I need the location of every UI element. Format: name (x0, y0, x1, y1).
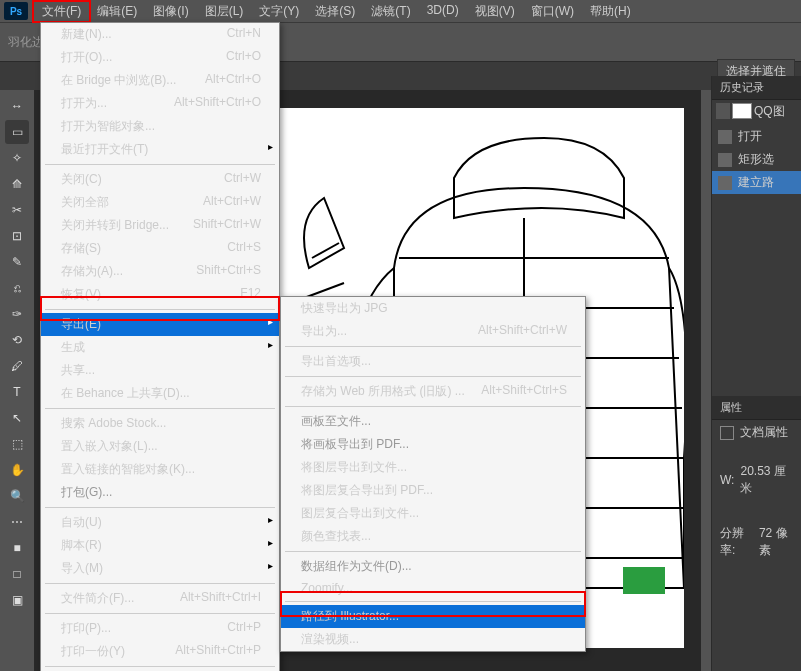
menu-item[interactable]: 颜色查找表... (281, 525, 585, 548)
menu-item[interactable]: 导出为...Alt+Shift+Ctrl+W (281, 320, 585, 343)
menu-item[interactable]: 渲染视频... (281, 628, 585, 651)
menu-item[interactable]: 存储为(A)...Shift+Ctrl+S (41, 260, 279, 283)
menu-item[interactable]: 恢复(V)F12 (41, 283, 279, 306)
tool-6[interactable]: ✎ (5, 250, 29, 274)
menu-item[interactable]: 路径到 Illustrator... (281, 605, 585, 628)
menu-item[interactable]: Zoomify... (281, 578, 585, 598)
menu-item[interactable]: 脚本(R) (41, 534, 279, 557)
menu-8[interactable]: 视图(V) (467, 1, 523, 22)
right-panels: 历史记录 QQ图 打开矩形选建立路 属性 文档属性 W: 20.53 厘米 分辨… (711, 76, 801, 671)
tool-15[interactable]: 🔍 (5, 484, 29, 508)
menu-item[interactable]: 新建(N)...Ctrl+N (41, 23, 279, 46)
tool-0[interactable]: ↔ (5, 94, 29, 118)
menu-item-shortcut: Alt+Shift+Ctrl+O (174, 95, 261, 112)
menu-3[interactable]: 图层(L) (197, 1, 252, 22)
menu-item[interactable]: 置入嵌入对象(L)... (41, 435, 279, 458)
tool-12[interactable]: ↖ (5, 406, 29, 430)
tool-1[interactable]: ▭ (5, 120, 29, 144)
tool-14[interactable]: ✋ (5, 458, 29, 482)
menu-item-label: 自动(U) (61, 514, 102, 531)
tool-13[interactable]: ⬚ (5, 432, 29, 456)
history-panel-header[interactable]: 历史记录 (712, 76, 801, 100)
menu-item[interactable]: 存储为 Web 所用格式 (旧版) ...Alt+Shift+Ctrl+S (281, 380, 585, 403)
menu-item[interactable]: 存储(S)Ctrl+S (41, 237, 279, 260)
menu-item-shortcut: Alt+Shift+Ctrl+S (481, 383, 567, 400)
menu-item[interactable]: 导出首选项... (281, 350, 585, 373)
file-menu-dropdown: 新建(N)...Ctrl+N打开(O)...Ctrl+O在 Bridge 中浏览… (40, 22, 280, 671)
menu-item[interactable]: 打印(P)...Ctrl+P (41, 617, 279, 640)
tool-4[interactable]: ✂ (5, 198, 29, 222)
properties-panel-header[interactable]: 属性 (712, 396, 801, 420)
menu-item[interactable]: 自动(U) (41, 511, 279, 534)
tool-10[interactable]: 🖊 (5, 354, 29, 378)
menu-6[interactable]: 滤镜(T) (363, 1, 418, 22)
menu-item-label: 打开为智能对象... (61, 118, 155, 135)
tool-17[interactable]: ■ (5, 536, 29, 560)
menu-item[interactable]: 打开(O)...Ctrl+O (41, 46, 279, 69)
menu-item[interactable]: 关闭全部Alt+Ctrl+W (41, 191, 279, 214)
tool-3[interactable]: ⟰ (5, 172, 29, 196)
menu-item[interactable]: 置入链接的智能对象(K)... (41, 458, 279, 481)
menu-item[interactable]: 打开为...Alt+Shift+Ctrl+O (41, 92, 279, 115)
menu-7[interactable]: 3D(D) (419, 1, 467, 22)
menu-separator (45, 613, 275, 614)
tool-7[interactable]: ⎌ (5, 276, 29, 300)
menu-item[interactable]: 快速导出为 JPG (281, 297, 585, 320)
menu-10[interactable]: 帮助(H) (582, 1, 639, 22)
menu-item[interactable]: 关闭(C)Ctrl+W (41, 168, 279, 191)
menu-item-label: 快速导出为 JPG (301, 300, 388, 317)
menu-item-label: 打包(G)... (61, 484, 112, 501)
menu-5[interactable]: 选择(S) (307, 1, 363, 22)
history-thumbnail (732, 103, 752, 119)
history-item[interactable]: 建立路 (712, 171, 801, 194)
menu-item[interactable]: 图层复合导出到文件... (281, 502, 585, 525)
w-value: 20.53 厘米 (740, 463, 793, 497)
menu-item[interactable]: 将图层导出到文件... (281, 456, 585, 479)
menu-item-shortcut: Alt+Shift+Ctrl+I (180, 590, 261, 607)
menu-item[interactable]: 最近打开文件(T) (41, 138, 279, 161)
menu-item[interactable]: 将图层复合导出到 PDF... (281, 479, 585, 502)
menu-9[interactable]: 窗口(W) (523, 1, 582, 22)
menu-1[interactable]: 编辑(E) (89, 1, 145, 22)
menu-item[interactable]: 导入(M) (41, 557, 279, 580)
history-snapshot-row[interactable]: QQ图 (712, 100, 801, 123)
tool-11[interactable]: T (5, 380, 29, 404)
menu-item[interactable]: 打开为智能对象... (41, 115, 279, 138)
ps-app-icon: Ps (4, 2, 28, 20)
tool-2[interactable]: ✧ (5, 146, 29, 170)
menu-item[interactable]: 在 Bridge 中浏览(B)...Alt+Ctrl+O (41, 69, 279, 92)
w-label: W: (720, 473, 734, 487)
history-item[interactable]: 矩形选 (712, 148, 801, 171)
tool-18[interactable]: □ (5, 562, 29, 586)
menu-item[interactable]: 搜索 Adobe Stock... (41, 412, 279, 435)
menu-item-label: 存储为 Web 所用格式 (旧版) ... (301, 383, 465, 400)
menu-item[interactable]: 关闭并转到 Bridge...Shift+Ctrl+W (41, 214, 279, 237)
history-step-label: 建立路 (738, 174, 774, 191)
menu-item-label: 图层复合导出到文件... (301, 505, 419, 522)
menu-item-label: 新建(N)... (61, 26, 112, 43)
menu-item-label: 文件简介(F)... (61, 590, 134, 607)
doc-properties-label: 文档属性 (740, 424, 788, 441)
menu-0[interactable]: 文件(F) (34, 1, 89, 22)
menu-4[interactable]: 文字(Y) (251, 1, 307, 22)
menu-item[interactable]: 打印一份(Y)Alt+Shift+Ctrl+P (41, 640, 279, 663)
tool-19[interactable]: ▣ (5, 588, 29, 612)
tool-5[interactable]: ⊡ (5, 224, 29, 248)
menu-item[interactable]: 共享... (41, 359, 279, 382)
tool-9[interactable]: ⟲ (5, 328, 29, 352)
menu-item: 打包(G)... (41, 481, 279, 504)
menu-item[interactable]: 导出(E) (41, 313, 279, 336)
menu-item-label: 导入(M) (61, 560, 103, 577)
menu-item-label: 导出首选项... (301, 353, 371, 370)
menu-2[interactable]: 图像(I) (145, 1, 196, 22)
history-item[interactable]: 打开 (712, 125, 801, 148)
menu-item-label: 在 Bridge 中浏览(B)... (61, 72, 176, 89)
menu-item-label: 关闭全部 (61, 194, 109, 211)
menu-item[interactable]: 在 Behance 上共享(D)... (41, 382, 279, 405)
menu-item-label: 打开为... (61, 95, 107, 112)
tool-16[interactable]: ⋯ (5, 510, 29, 534)
menu-item[interactable]: 文件简介(F)...Alt+Shift+Ctrl+I (41, 587, 279, 610)
menu-item[interactable]: 生成 (41, 336, 279, 359)
menu-item-label: 打开(O)... (61, 49, 112, 66)
tool-8[interactable]: ✑ (5, 302, 29, 326)
